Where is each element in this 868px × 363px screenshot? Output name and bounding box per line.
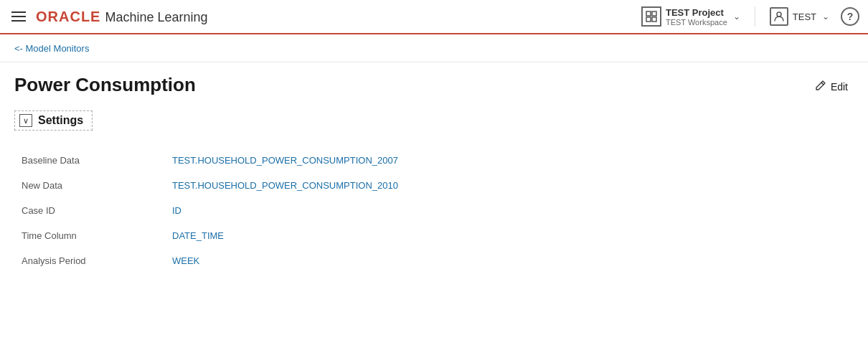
project-text: TEST Project TEST Workspace [666, 7, 727, 27]
app-header: ORACLE Machine Learning TEST Project TES… [0, 0, 868, 34]
time-column-value: DATE_TIME [172, 230, 224, 241]
baseline-data-key: Baseline Data [14, 155, 172, 166]
breadcrumb-back-link[interactable]: <- Model Monitors [14, 43, 89, 54]
settings-row-newdata: New Data TEST.HOUSEHOLD_POWER_CONSUMPTIO… [14, 173, 854, 198]
page-header: Power Consumption Edit [14, 74, 854, 96]
edit-pencil-icon [815, 80, 826, 93]
analysis-period-key: Analysis Period [14, 255, 172, 266]
user-dropdown-icon: ⌄ [822, 11, 829, 22]
oracle-brand: ORACLE [36, 9, 100, 25]
chevron-down-icon: ∨ [23, 116, 29, 126]
case-id-value: ID [172, 205, 181, 216]
help-symbol: ? [847, 11, 854, 22]
settings-row-baseline: Baseline Data TEST.HOUSEHOLD_POWER_CONSU… [14, 148, 854, 173]
header-left: ORACLE Machine Learning [9, 9, 636, 25]
svg-rect-3 [652, 17, 656, 22]
settings-row-timecolumn: Time Column DATE_TIME [14, 223, 854, 248]
help-icon[interactable]: ? [841, 7, 859, 26]
settings-row-caseid: Case ID ID [14, 198, 854, 223]
time-column-key: Time Column [14, 230, 172, 241]
edit-label: Edit [831, 81, 848, 93]
project-grid-icon [641, 6, 661, 27]
settings-row-analysisperiod: Analysis Period WEEK [14, 248, 854, 273]
edit-button[interactable]: Edit [809, 77, 854, 96]
baseline-data-value: TEST.HOUSEHOLD_POWER_CONSUMPTION_2007 [172, 155, 398, 166]
svg-rect-1 [652, 11, 656, 16]
user-name: TEST [793, 11, 816, 22]
workspace-name: TEST Workspace [666, 18, 727, 27]
breadcrumb-bar: <- Model Monitors [0, 34, 868, 62]
settings-label: Settings [38, 114, 83, 127]
project-selector[interactable]: TEST Project TEST Workspace ⌄ [636, 4, 746, 29]
project-name: TEST Project [666, 7, 727, 18]
svg-rect-0 [646, 11, 651, 16]
svg-point-4 [777, 12, 781, 16]
settings-fields: Baseline Data TEST.HOUSEHOLD_POWER_CONSU… [14, 148, 854, 273]
settings-section-header[interactable]: ∨ Settings [14, 110, 93, 131]
case-id-key: Case ID [14, 205, 172, 216]
main-content: Power Consumption Edit ∨ Settings Baseli… [0, 62, 868, 363]
brand-logo: ORACLE Machine Learning [36, 9, 208, 25]
menu-icon[interactable] [9, 9, 29, 24]
new-data-value: TEST.HOUSEHOLD_POWER_CONSUMPTION_2010 [172, 180, 398, 191]
settings-toggle-icon: ∨ [19, 114, 32, 127]
svg-rect-2 [646, 17, 651, 22]
header-right: TEST Project TEST Workspace ⌄ TEST ⌄ ? [636, 4, 859, 29]
user-avatar-icon [770, 7, 788, 26]
page-title: Power Consumption [14, 74, 196, 96]
ml-brand: Machine Learning [105, 10, 207, 25]
project-dropdown-icon: ⌄ [733, 11, 740, 22]
header-divider [755, 6, 755, 27]
user-selector[interactable]: TEST ⌄ [764, 4, 835, 29]
new-data-key: New Data [14, 180, 172, 191]
analysis-period-value: WEEK [172, 255, 199, 266]
